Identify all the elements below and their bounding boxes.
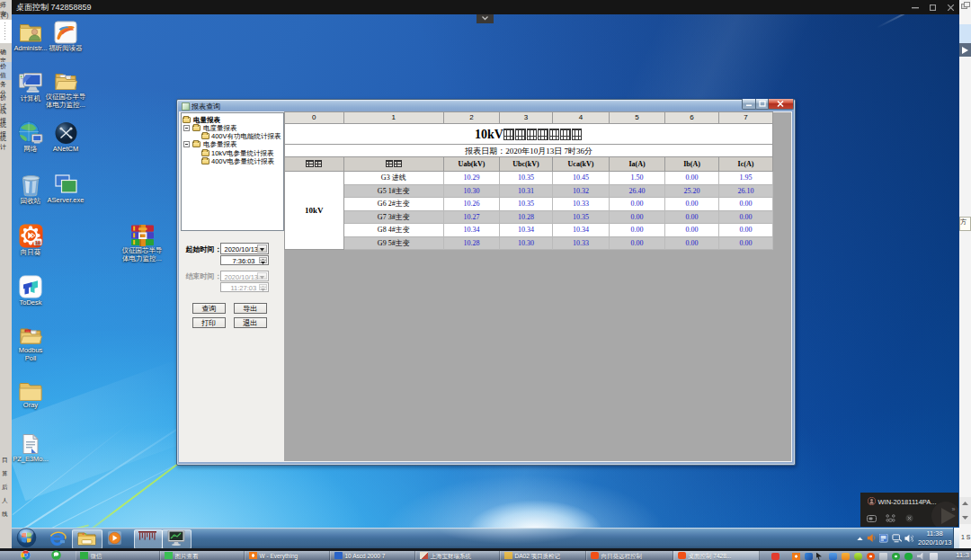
svg-text:10: 10 bbox=[34, 240, 40, 245]
